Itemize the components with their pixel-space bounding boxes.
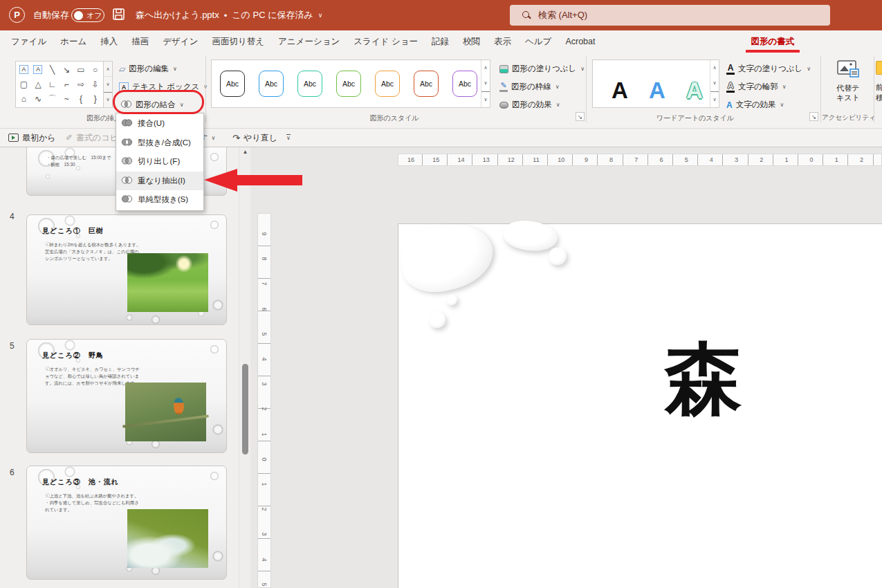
- gallery-more-icon[interactable]: ∨: [710, 91, 719, 107]
- tab-スライド ショー[interactable]: スライド ショー: [347, 30, 425, 53]
- elbow-connector-icon[interactable]: ∟: [48, 80, 57, 89]
- shape-style-6[interactable]: Abc: [414, 71, 439, 97]
- shape-fill-button[interactable]: 図形の塗りつぶし ∨: [497, 61, 587, 77]
- shape-gallery-scroll[interactable]: ∧ ∨ ∨: [104, 61, 113, 108]
- triangle-icon[interactable]: △: [35, 80, 41, 89]
- wordart-style-3[interactable]: A: [681, 79, 708, 102]
- shape-style-7[interactable]: Abc: [452, 71, 477, 97]
- wordart-gallery[interactable]: AAA: [592, 59, 719, 108]
- gallery-more-icon[interactable]: ∨: [104, 92, 112, 107]
- shape-outline-button[interactable]: ✎ 図形の枠線 ∨: [497, 79, 562, 95]
- tab-表示[interactable]: 表示: [487, 30, 518, 53]
- down-arrow-shape-icon[interactable]: ⇩: [92, 80, 99, 89]
- slide-thumbnail-6[interactable]: 見どころ③ 池・流れ 上池と下池、池を結ぶ水路が癒やされます。四季を通して楽しめ…: [26, 466, 227, 580]
- text-outline-button[interactable]: A 文字の輪郭 ∨: [724, 79, 789, 95]
- shape-styles-gallery[interactable]: AbcAbcAbcAbcAbcAbcAbc: [211, 59, 490, 108]
- text-fill-button[interactable]: A 文字の塗りつぶし ∨: [724, 61, 814, 77]
- merge-intersect-icon: [121, 176, 133, 186]
- scrollbar-thumb[interactable]: [242, 364, 248, 454]
- arc-icon[interactable]: ⌒: [48, 95, 57, 103]
- menu-item-切り出し(F)[interactable]: 切り出し(F): [116, 152, 203, 172]
- vertical-text-box-icon[interactable]: A: [33, 65, 42, 74]
- shape-effects-button[interactable]: 図形の効果 ∨: [497, 97, 563, 113]
- slide-thumbnail-5[interactable]: 見どころ② 野鳥 オオルリ、キビタキ、カワセミ、サンコウチョウなど、都心では珍し…: [26, 339, 227, 453]
- tab-ファイル[interactable]: ファイル: [4, 30, 53, 53]
- text-box-icon[interactable]: A: [19, 65, 28, 74]
- scroll-down-icon[interactable]: ∨: [104, 76, 112, 91]
- scroll-up-icon[interactable]: ∧: [104, 62, 112, 76]
- start-from-beginning-button[interactable]: 最初から: [8, 129, 56, 147]
- wordart-style-1[interactable]: A: [607, 79, 633, 102]
- shape-style-5[interactable]: Abc: [375, 71, 400, 97]
- edit-shape-button[interactable]: ▱ 図形の編集 ∨: [116, 61, 180, 77]
- text-effects-button[interactable]: A 文字の効果 ∨: [724, 97, 787, 113]
- tab-描画[interactable]: 描画: [125, 30, 156, 53]
- powerpoint-logo-icon[interactable]: P: [9, 7, 25, 23]
- text-box-button[interactable]: A テキスト ボックス ∨: [116, 79, 210, 95]
- shape-style-4[interactable]: Abc: [336, 71, 361, 97]
- scroll-up-icon[interactable]: ∧: [481, 60, 490, 75]
- tab-挿入[interactable]: 挿入: [93, 30, 125, 53]
- scroll-down-icon[interactable]: ∨: [710, 75, 719, 91]
- shape-styles-scroll[interactable]: ∧ ∨ ∨: [481, 60, 490, 107]
- tab-Acrobat[interactable]: Acrobat: [558, 30, 602, 53]
- tab-記録[interactable]: 記録: [425, 30, 456, 53]
- tab-図形の書式[interactable]: 図形の書式: [744, 30, 802, 53]
- redo-label: やり直し: [244, 132, 277, 144]
- chevron-down-icon: ∨: [212, 135, 216, 141]
- wordart-dialog-launcher[interactable]: ↘: [809, 112, 818, 121]
- gallery-more-icon[interactable]: ∨: [481, 91, 490, 107]
- tab-デザイン[interactable]: デザイン: [156, 30, 205, 53]
- tab-ホーム[interactable]: ホーム: [53, 30, 93, 53]
- rounded-rectangle-icon[interactable]: ▢: [20, 80, 28, 89]
- shape-style-3[interactable]: Abc: [297, 71, 322, 97]
- menu-item-重なり抽出(I)[interactable]: 重なり抽出(I): [116, 172, 203, 191]
- shape-gallery[interactable]: AA╲↘▭○▢△∟⌐⇨⇩⌂∿⌒~{}: [15, 61, 104, 108]
- autosave-toggle[interactable]: オフ: [71, 8, 104, 22]
- alt-text-button[interactable]: 代替テ キスト: [825, 59, 872, 112]
- tab-アニメーション[interactable]: アニメーション: [271, 30, 347, 53]
- menu-item-接合(U)[interactable]: 接合(U): [116, 114, 203, 134]
- slide-thumbnail-4[interactable]: 見どころ① 巨樹 幹まわり2mを超える樹木が数多くあります。芝生広場の「大きなク…: [26, 214, 227, 325]
- ruler-number: 13: [474, 154, 499, 165]
- shape-style-1[interactable]: Abc: [220, 71, 245, 97]
- elbow-arrow-icon[interactable]: ⌐: [64, 80, 69, 89]
- bubble-decoration: [549, 248, 567, 265]
- line-icon[interactable]: ╲: [50, 66, 55, 74]
- bring-forward-button-partial[interactable]: 前 移: [876, 61, 882, 103]
- right-arrow-shape-icon[interactable]: ⇨: [77, 80, 84, 89]
- tab-校閲[interactable]: 校閲: [456, 30, 487, 53]
- slide-editing-surface[interactable]: 森: [398, 223, 882, 588]
- shape-styles-dialog-launcher[interactable]: ↘: [576, 112, 585, 121]
- left-brace-icon[interactable]: {: [80, 95, 82, 103]
- ruler-number: 4: [258, 546, 270, 571]
- redo-button[interactable]: ↷ やり直し: [232, 129, 277, 147]
- save-icon[interactable]: [113, 8, 125, 20]
- merge-shapes-button[interactable]: 図形の結合 ∨: [118, 97, 187, 113]
- scribble-icon[interactable]: ∿: [35, 95, 42, 103]
- search-input[interactable]: 検索 (Alt+Q): [510, 5, 830, 26]
- qat-overflow-button[interactable]: ∨: [286, 129, 291, 147]
- document-title[interactable]: 森へ出かけよう.pptx • この PC に保存済み ∨: [136, 0, 322, 30]
- edit-shape-icon: ▱: [119, 64, 125, 74]
- line-arrow-icon[interactable]: ↘: [63, 66, 70, 74]
- oval-icon[interactable]: ○: [93, 66, 98, 74]
- menu-item-単純型抜き(S)[interactable]: 単純型抜き(S): [116, 190, 203, 210]
- scroll-down-icon[interactable]: ∨: [481, 75, 490, 91]
- scroll-up-icon[interactable]: ∧: [710, 60, 719, 75]
- tab-画面切り替え[interactable]: 画面切り替え: [205, 30, 271, 53]
- slide-5-image-kingfisher: [125, 383, 206, 441]
- search-icon: [522, 11, 531, 20]
- wordart-scroll[interactable]: ∧ ∨ ∨: [710, 60, 719, 107]
- curve-icon[interactable]: ~: [64, 95, 69, 103]
- right-brace-icon[interactable]: }: [94, 95, 97, 103]
- panel-scrollbar[interactable]: ▲: [239, 147, 250, 588]
- freeform-icon[interactable]: ⌂: [21, 95, 26, 103]
- slide-title-text[interactable]: 森: [665, 340, 742, 418]
- scroll-up-icon[interactable]: ▲: [239, 149, 251, 155]
- menu-item-型抜き/合成(C)[interactable]: 型抜き/合成(C): [116, 134, 203, 153]
- shape-style-2[interactable]: Abc: [259, 71, 284, 97]
- rectangle-icon[interactable]: ▭: [77, 66, 84, 74]
- tab-ヘルプ[interactable]: ヘルプ: [518, 30, 558, 53]
- wordart-style-2[interactable]: A: [644, 79, 670, 102]
